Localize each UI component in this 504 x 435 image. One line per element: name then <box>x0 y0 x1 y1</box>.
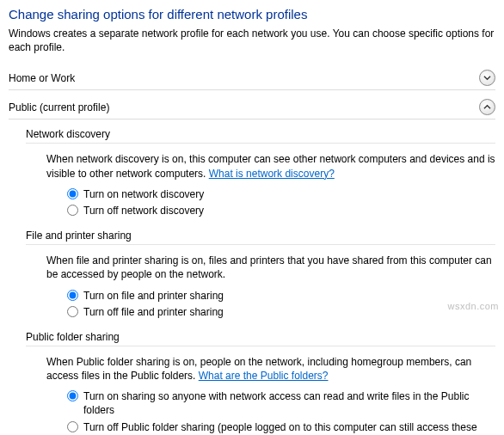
section-label-home-or-work: Home or Work <box>9 72 75 84</box>
link-what-is-network-discovery[interactable]: What is network discovery? <box>209 168 335 180</box>
label-network-discovery-on[interactable]: Turn on network discovery <box>83 187 204 201</box>
radio-network-discovery-on[interactable] <box>67 188 78 199</box>
label-file-printer-off[interactable]: Turn off file and printer sharing <box>83 305 224 319</box>
page-description: Windows creates a separate network profi… <box>9 27 495 54</box>
subsection-public-folder: Public folder sharing When Public folder… <box>9 331 495 435</box>
heading-public-folder: Public folder sharing <box>26 331 495 346</box>
label-file-printer-on[interactable]: Turn on file and printer sharing <box>83 289 224 303</box>
radio-network-discovery-off[interactable] <box>67 205 78 216</box>
text-file-printer: When file and printer sharing is on, fil… <box>46 254 495 281</box>
section-public[interactable]: Public (current profile) <box>9 99 495 119</box>
heading-file-printer: File and printer sharing <box>26 230 495 245</box>
label-network-discovery-off[interactable]: Turn off network discovery <box>83 204 204 218</box>
section-home-or-work[interactable]: Home or Work <box>9 70 495 90</box>
heading-network-discovery: Network discovery <box>26 128 495 144</box>
subsection-network-discovery: Network discovery When network discovery… <box>9 128 495 218</box>
label-public-folder-off[interactable]: Turn off Public folder sharing (people l… <box>83 420 495 435</box>
chevron-up-icon <box>479 99 495 115</box>
radio-public-folder-on[interactable] <box>67 390 78 401</box>
radio-public-folder-off[interactable] <box>67 421 78 432</box>
label-public-folder-on[interactable]: Turn on sharing so anyone with network a… <box>83 389 495 417</box>
link-what-are-public-folders[interactable]: What are the Public folders? <box>199 370 329 382</box>
subsection-file-printer: File and printer sharing When file and p… <box>9 230 495 319</box>
section-label-public: Public (current profile) <box>9 101 109 113</box>
chevron-down-icon <box>479 70 495 86</box>
radio-file-printer-off[interactable] <box>67 306 78 317</box>
radio-file-printer-on[interactable] <box>67 290 78 301</box>
text-network-discovery: When network discovery is on, this compu… <box>46 152 495 180</box>
text-public-folder: When Public folder sharing is on, people… <box>46 355 495 383</box>
watermark: wsxdn.com <box>447 301 499 311</box>
page-title: Change sharing options for different net… <box>9 7 495 21</box>
